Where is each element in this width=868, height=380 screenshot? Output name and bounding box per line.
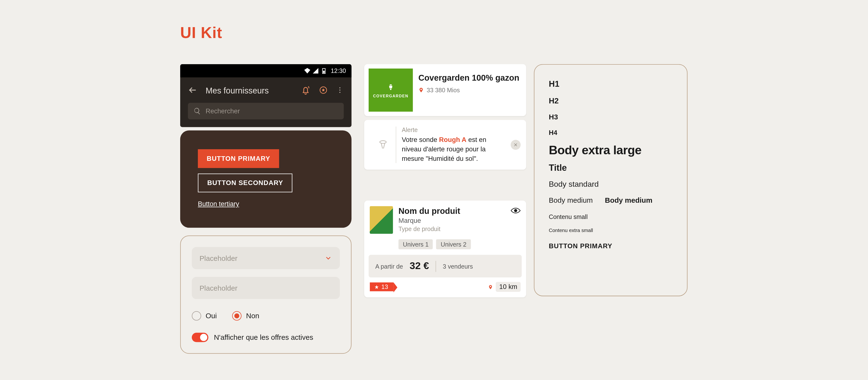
- svg-point-5: [515, 209, 517, 212]
- wifi-icon: [304, 67, 311, 74]
- typo-button: BUTTON PRIMARY: [549, 242, 673, 250]
- alert-em: Rough A: [439, 136, 466, 144]
- status-icons: [304, 67, 328, 74]
- bell-icon[interactable]: [301, 85, 310, 95]
- typo-h3: H3: [549, 113, 673, 121]
- text-placeholder: Placeholder: [199, 284, 238, 292]
- flag-count: 13: [381, 284, 388, 290]
- typo-title: Title: [549, 163, 673, 173]
- radio-yes[interactable]: Oui: [192, 311, 217, 321]
- star-icon: [374, 284, 379, 289]
- close-button[interactable]: [511, 140, 521, 150]
- toggle-label: N'afficher que les offres actives: [214, 333, 313, 342]
- screen-title: Mes fournisseurs: [206, 86, 293, 95]
- distance: 10 km: [488, 282, 521, 292]
- search-icon: [193, 107, 201, 115]
- pin-icon: [418, 87, 424, 93]
- eye-icon: [511, 207, 521, 214]
- back-arrow-icon[interactable]: [188, 85, 198, 95]
- battery-icon: [321, 67, 328, 74]
- svg-point-4: [379, 141, 386, 144]
- probe-icon: [377, 138, 388, 152]
- supplier-logo-text: COVERGARDEN: [373, 94, 408, 98]
- divider: [436, 261, 436, 272]
- radio-yes-label: Oui: [206, 312, 217, 320]
- price-row: A partir de 32 € 3 vendeurs: [369, 255, 522, 278]
- price-prefix: A partir de: [375, 263, 403, 269]
- svg-point-3: [339, 92, 340, 93]
- typo-h2: H2: [549, 96, 673, 105]
- clock: 12:30: [331, 67, 346, 74]
- typo-h4: H4: [549, 129, 673, 136]
- typo-extra-small: Contenu extra small: [549, 228, 673, 233]
- supplier-card[interactable]: COVERGARDEN Covergarden 100% gazon 33 38…: [364, 64, 526, 116]
- typo-body-standard: Body standard: [549, 180, 673, 189]
- lamp-icon: [387, 82, 395, 92]
- close-icon: [514, 142, 518, 147]
- alert-text: Votre sonde Rough A est en niveau d'aler…: [402, 135, 505, 163]
- product-brand: Marque: [398, 217, 505, 224]
- typo-body-xl: Body extra large: [549, 143, 673, 157]
- supplier-location-text: 33 380 Mios: [427, 87, 460, 93]
- alert-icon: [370, 127, 397, 163]
- primary-button[interactable]: BUTTON PRIMARY: [198, 149, 279, 168]
- search-input[interactable]: Rechercher: [188, 103, 344, 119]
- chevron-down-icon: [324, 254, 332, 262]
- statusbar: 12:30: [180, 64, 351, 77]
- phone-mock: 12:30 Mes fournisseurs Rechercher: [180, 64, 351, 127]
- topbar: Mes fournisseurs: [180, 77, 351, 103]
- supplier-logo: COVERGARDEN: [369, 68, 413, 112]
- distance-value: 10 km: [496, 282, 521, 292]
- chip[interactable]: Univers 2: [436, 239, 471, 249]
- chip-row: Univers 1 Univers 2: [364, 239, 526, 255]
- alert-title: Alerte: [402, 127, 505, 133]
- supplier-name: Covergarden 100% gazon: [418, 73, 519, 83]
- form-panel: Placeholder Placeholder Oui Non N'affich…: [180, 235, 351, 354]
- pin-icon: [488, 284, 493, 290]
- chip[interactable]: Univers 1: [398, 239, 433, 249]
- typo-body-medium-bold: Body medium: [605, 196, 652, 204]
- visibility-button[interactable]: [511, 206, 521, 216]
- search-placeholder: Rechercher: [206, 107, 240, 115]
- text-input[interactable]: Placeholder: [192, 277, 340, 299]
- select-input[interactable]: Placeholder: [192, 247, 340, 269]
- radio-no[interactable]: Non: [232, 311, 259, 321]
- secondary-button[interactable]: BUTTON SECONDARY: [198, 173, 292, 193]
- alert-card: Alerte Votre sonde Rough A est en niveau…: [364, 120, 526, 170]
- product-name: Nom du produit: [398, 206, 505, 216]
- more-icon[interactable]: [336, 85, 344, 95]
- radio-icon: [192, 311, 201, 321]
- radio-group: Oui Non: [192, 311, 340, 321]
- product-type: Type de produit: [398, 225, 505, 232]
- typo-small: Contenu small: [549, 213, 673, 220]
- typo-body-medium: Body medium: [549, 196, 593, 204]
- toggle-switch[interactable]: [192, 333, 208, 342]
- svg-point-1: [339, 88, 340, 88]
- tertiary-button[interactable]: Button tertiary: [198, 198, 239, 210]
- svg-point-2: [339, 90, 340, 91]
- radio-icon: [232, 311, 242, 321]
- price-value: 32 €: [409, 260, 429, 272]
- page-title: UI Kit: [180, 24, 222, 42]
- typography-panel: H1 H2 H3 H4 Body extra large Title Body …: [534, 64, 687, 296]
- select-placeholder: Placeholder: [199, 254, 238, 262]
- sellers-count: 3 vendeurs: [443, 263, 473, 269]
- radio-no-label: Non: [246, 312, 259, 320]
- buttons-panel: BUTTON PRIMARY BUTTON SECONDARY Button t…: [180, 131, 351, 228]
- typo-h1: H1: [549, 79, 673, 88]
- product-card[interactable]: Nom du produit Marque Type de produit Un…: [364, 200, 526, 297]
- signal-icon: [312, 67, 319, 74]
- star-badge-icon[interactable]: [318, 85, 328, 95]
- product-image: [370, 206, 393, 234]
- supplier-location: 33 380 Mios: [418, 87, 519, 93]
- toggle-row: N'afficher que les offres actives: [192, 333, 340, 342]
- favorites-flag[interactable]: 13: [370, 282, 394, 291]
